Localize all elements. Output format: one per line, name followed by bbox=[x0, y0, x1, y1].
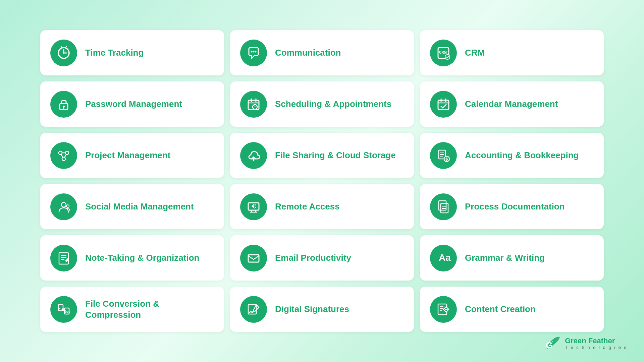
calendar-management-icon bbox=[430, 91, 457, 118]
svg-point-25 bbox=[65, 151, 69, 155]
time-tracking-label: Time Tracking bbox=[85, 47, 144, 58]
svg-point-5 bbox=[253, 51, 255, 52]
card-password-management[interactable]: Password Management bbox=[40, 81, 224, 127]
project-management-icon bbox=[50, 142, 77, 169]
svg-point-38 bbox=[66, 205, 69, 207]
note-taking-organization-icon bbox=[50, 245, 77, 272]
logo-subtitle: T e c h n o l o g i e s bbox=[565, 345, 627, 350]
card-remote-access[interactable]: Remote Access bbox=[230, 184, 414, 229]
note-taking-organization-label: Note-Taking & Organization bbox=[85, 252, 199, 263]
project-management-label: Project Management bbox=[85, 150, 170, 161]
svg-text:Aa: Aa bbox=[439, 252, 451, 263]
scheduling-appointments-icon bbox=[240, 91, 267, 118]
card-communication[interactable]: Communication bbox=[230, 30, 414, 75]
process-documentation-icon bbox=[430, 193, 457, 220]
remote-access-label: Remote Access bbox=[275, 201, 340, 212]
password-management-label: Password Management bbox=[85, 99, 182, 110]
grammar-writing-icon: Aa bbox=[430, 245, 457, 272]
svg-rect-48 bbox=[59, 253, 68, 264]
card-email-productivity[interactable]: Email Productivity bbox=[230, 235, 414, 281]
accounting-bookkeeping-label: Accounting & Bookkeeping bbox=[465, 150, 579, 161]
card-note-taking-organization[interactable]: Note-Taking & Organization bbox=[40, 235, 224, 281]
content-creation-label: Content Creation bbox=[465, 304, 536, 315]
svg-point-3 bbox=[63, 52, 64, 54]
content-creation-icon bbox=[430, 296, 457, 323]
grammar-writing-label: Grammar & Writing bbox=[465, 252, 545, 263]
svg-point-4 bbox=[251, 51, 253, 52]
card-crm[interactable]: CRMCRM bbox=[420, 30, 604, 75]
card-file-conversion-compression[interactable]: PDFDOCFile Conversion & Compression bbox=[40, 287, 224, 332]
logo-name: Green Feather bbox=[565, 337, 627, 345]
calendar-management-label: Calendar Management bbox=[465, 99, 558, 110]
social-media-management-label: Social Media Management bbox=[85, 201, 194, 212]
svg-point-6 bbox=[255, 51, 257, 52]
card-calendar-management[interactable]: Calendar Management bbox=[420, 81, 604, 127]
svg-text:DOC: DOC bbox=[65, 311, 70, 313]
password-management-icon bbox=[50, 91, 77, 118]
file-sharing-cloud-icon bbox=[240, 142, 267, 169]
card-accounting-bookkeeping[interactable]: $Accounting & Bookkeeping bbox=[420, 133, 604, 178]
card-content-creation[interactable]: Content Creation bbox=[420, 287, 604, 332]
email-productivity-label: Email Productivity bbox=[275, 252, 351, 263]
file-sharing-cloud-label: File Sharing & Cloud Storage bbox=[275, 150, 396, 161]
file-conversion-compression-label: File Conversion & Compression bbox=[85, 298, 214, 320]
crm-label: CRM bbox=[465, 47, 485, 58]
communication-icon bbox=[240, 40, 267, 66]
svg-point-26 bbox=[62, 157, 65, 161]
card-time-tracking[interactable]: Time Tracking bbox=[40, 30, 224, 75]
card-scheduling-appointments[interactable]: Scheduling & Appointments bbox=[230, 81, 414, 127]
logo: G Green Feather T e c h n o l o g i e s bbox=[543, 334, 627, 353]
file-conversion-compression-icon: PDFDOC bbox=[50, 296, 77, 323]
social-media-management-icon bbox=[50, 193, 77, 220]
accounting-bookkeeping-icon: $ bbox=[430, 142, 457, 169]
svg-text:G: G bbox=[546, 340, 552, 350]
process-documentation-label: Process Documentation bbox=[465, 201, 565, 212]
crm-icon: CRM bbox=[430, 40, 457, 66]
svg-text:CRM: CRM bbox=[439, 51, 447, 54]
svg-point-37 bbox=[61, 202, 66, 207]
svg-rect-52 bbox=[248, 255, 259, 262]
svg-rect-20 bbox=[438, 100, 449, 110]
digital-signatures-label: Digital Signatures bbox=[275, 304, 349, 315]
email-productivity-icon bbox=[240, 245, 267, 272]
svg-text:$: $ bbox=[445, 156, 448, 161]
logo-icon: G bbox=[543, 334, 561, 353]
scheduling-appointments-label: Scheduling & Appointments bbox=[275, 99, 391, 110]
card-social-media-management[interactable]: Social Media Management bbox=[40, 184, 224, 229]
digital-signatures-icon bbox=[240, 296, 267, 323]
card-grammar-writing[interactable]: AaGrammar & Writing bbox=[420, 235, 604, 281]
svg-line-28 bbox=[61, 154, 63, 158]
time-tracking-icon bbox=[50, 40, 77, 66]
card-grid: Time TrackingCommunicationCRMCRMPassword… bbox=[40, 23, 604, 339]
card-project-management[interactable]: Project Management bbox=[40, 133, 224, 178]
logo-text: Green Feather T e c h n o l o g i e s bbox=[565, 337, 627, 350]
card-file-sharing-cloud[interactable]: File Sharing & Cloud Storage bbox=[230, 133, 414, 178]
card-digital-signatures[interactable]: Digital Signatures bbox=[230, 287, 414, 332]
card-process-documentation[interactable]: Process Documentation bbox=[420, 184, 604, 229]
remote-access-icon bbox=[240, 193, 267, 220]
communication-label: Communication bbox=[275, 47, 341, 58]
svg-line-29 bbox=[64, 154, 66, 158]
svg-point-24 bbox=[59, 151, 62, 155]
